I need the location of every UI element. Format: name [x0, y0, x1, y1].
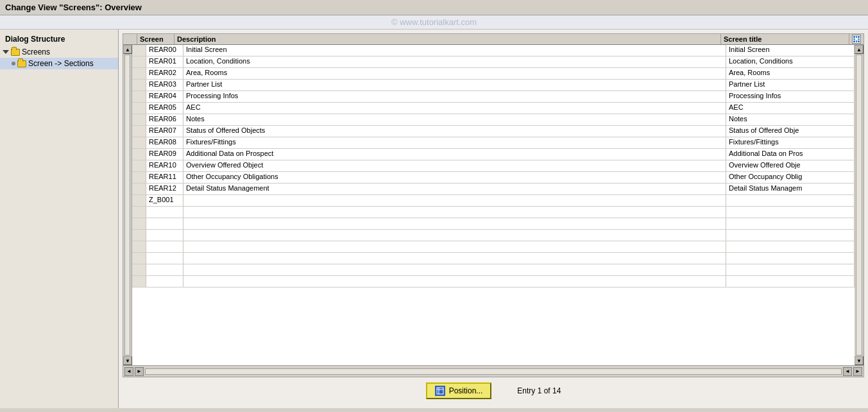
table-row[interactable]: REAR04 Processing Infos Processing Infos: [132, 91, 855, 103]
cell-title: Other Occupancy Oblig: [726, 172, 855, 183]
vert-scroll-left[interactable]: ▲ ▼: [123, 45, 132, 365]
cell-description: AEC: [183, 103, 726, 114]
table-row[interactable]: REAR07 Status of Offered Objects Status …: [132, 126, 855, 137]
scroll-down-btn[interactable]: ▼: [123, 356, 132, 365]
table-row[interactable]: REAR09 Additional Data on Prospect Addit…: [132, 149, 855, 160]
cell-title: [726, 218, 855, 229]
content-area: Screen Description Screen title: [119, 30, 868, 408]
table-row[interactable]: REAR08 Fixtures/Fittings Fixtures/Fittin…: [132, 137, 855, 149]
table-row[interactable]: REAR06 Notes Notes: [132, 114, 855, 126]
table-row[interactable]: [132, 207, 855, 218]
table-row[interactable]: Z_B001: [132, 195, 855, 207]
table-row[interactable]: REAR02 Area, Rooms Area, Rooms: [132, 68, 855, 80]
position-btn-icon: [435, 386, 445, 396]
table-row[interactable]: REAR12 Detail Status Management Detail S…: [132, 184, 855, 195]
sidebar-label-screens: Screens: [22, 47, 50, 56]
cell-screen: [146, 253, 183, 264]
cell-row-num: [132, 207, 146, 218]
header-screen: Screen: [137, 34, 174, 44]
title-bar: Change View "Screens": Overview © www.tu…: [0, 0, 868, 30]
cell-screen: REAR02: [146, 68, 183, 79]
table-row[interactable]: [132, 276, 855, 288]
entry-info: Entry 1 of 14: [517, 386, 561, 395]
table-row[interactable]: [132, 253, 855, 264]
cell-row-num: [132, 184, 146, 194]
table-row[interactable]: REAR00 Initial Screen Initial Screen: [132, 45, 855, 56]
dot-icon: [12, 62, 15, 65]
table-row[interactable]: [132, 218, 855, 230]
cell-screen: REAR12: [146, 184, 183, 194]
cell-title: Status of Offered Obje: [726, 126, 855, 137]
folder-icon-2: [17, 60, 26, 67]
table-row[interactable]: [132, 230, 855, 241]
table-row[interactable]: [132, 264, 855, 276]
table-row[interactable]: REAR05 AEC AEC: [132, 103, 855, 114]
cell-screen: [146, 241, 183, 252]
sidebar-item-screen-sections[interactable]: Screen -> Sections: [0, 58, 118, 69]
scroll-down-btn-r[interactable]: ▼: [855, 356, 864, 365]
cell-screen: REAR05: [146, 103, 183, 114]
scroll-up-btn-r[interactable]: ▲: [855, 45, 864, 54]
position-button[interactable]: Position...: [426, 382, 492, 399]
cell-description: [183, 264, 726, 275]
cell-row-num: [132, 137, 146, 148]
table-rows: REAR00 Initial Screen Initial Screen REA…: [132, 45, 855, 288]
cell-description: [183, 230, 726, 241]
cell-title: [726, 207, 855, 218]
scroll-left-btn-2[interactable]: ◄: [843, 367, 852, 376]
scroll-right-btn[interactable]: ►: [135, 367, 144, 376]
cell-title: [726, 253, 855, 264]
position-btn-label: Position...: [449, 386, 483, 395]
cell-screen: [146, 230, 183, 241]
cell-row-num: [132, 56, 146, 67]
cell-description: Overview Offered Object: [183, 160, 726, 171]
table-header: Screen Description Screen title: [123, 34, 864, 45]
cell-row-num: [132, 230, 146, 241]
rows-container: REAR00 Initial Screen Initial Screen REA…: [132, 45, 855, 365]
table-row[interactable]: REAR10 Overview Offered Object Overview …: [132, 160, 855, 172]
cell-row-num: [132, 91, 146, 102]
vert-scroll-right[interactable]: ▲ ▼: [855, 45, 864, 365]
cell-title: AEC: [726, 103, 855, 114]
footer-bar: Position... Entry 1 of 14: [123, 377, 864, 404]
cell-row-num: [132, 172, 146, 183]
cell-title: Additional Data on Pros: [726, 149, 855, 160]
sidebar-label-screen-sections: Screen -> Sections: [28, 59, 94, 68]
scroll-left-btn[interactable]: ◄: [124, 367, 133, 376]
header-ctrl[interactable]: [849, 34, 864, 44]
cell-row-num: [132, 264, 146, 275]
cell-screen: [146, 207, 183, 218]
cell-description: Detail Status Management: [183, 184, 726, 194]
table-row[interactable]: [132, 241, 855, 253]
scroll-right-btn-2[interactable]: ►: [853, 367, 862, 376]
cell-screen: REAR08: [146, 137, 183, 148]
cell-title: Detail Status Managem: [726, 184, 855, 194]
horiz-scroll-track: [145, 368, 842, 375]
header-row-num: [123, 34, 137, 44]
table-row[interactable]: REAR11 Other Occupancy Obligations Other…: [132, 172, 855, 184]
sidebar-title: Dialog Structure: [0, 32, 118, 46]
cell-description: Other Occupancy Obligations: [183, 172, 726, 183]
cell-row-num: [132, 195, 146, 206]
page-title: Change View "Screens": Overview: [5, 3, 142, 12]
cell-screen: REAR00: [146, 45, 183, 56]
cell-screen: [146, 218, 183, 229]
horiz-scroll-bar[interactable]: ◄ ► ◄ ►: [123, 365, 864, 377]
cell-screen: REAR04: [146, 91, 183, 102]
cell-title: Area, Rooms: [726, 68, 855, 79]
table-row[interactable]: REAR03 Partner List Partner List: [132, 80, 855, 91]
cell-screen: REAR09: [146, 149, 183, 160]
cell-row-num: [132, 160, 146, 171]
cell-title: Location, Conditions: [726, 56, 855, 67]
cell-row-num: [132, 114, 146, 125]
cell-description: Processing Infos: [183, 91, 726, 102]
cell-row-num: [132, 276, 146, 287]
cell-row-num: [132, 253, 146, 264]
cell-title: Partner List: [726, 80, 855, 90]
cell-title: Notes: [726, 114, 855, 125]
cell-title: [726, 241, 855, 252]
sidebar-item-screens[interactable]: Screens: [0, 46, 118, 58]
table-row[interactable]: REAR01 Location, Conditions Location, Co…: [132, 56, 855, 68]
scroll-up-btn[interactable]: ▲: [123, 45, 132, 54]
cell-description: Area, Rooms: [183, 68, 726, 79]
